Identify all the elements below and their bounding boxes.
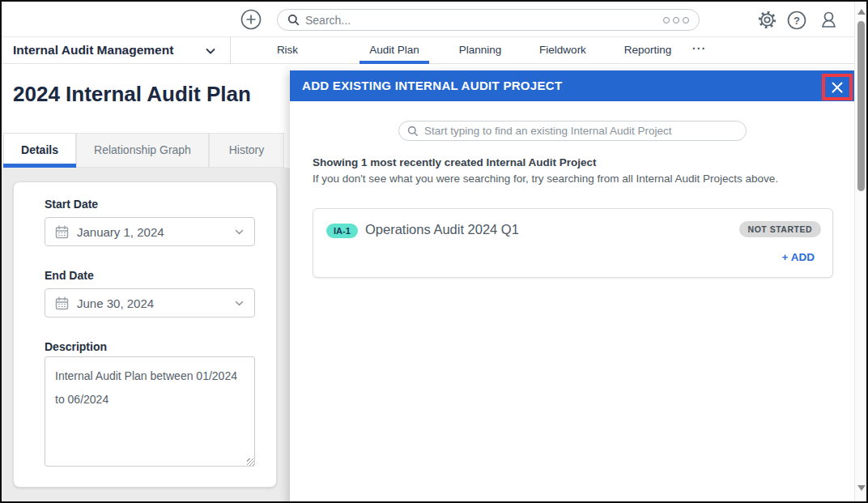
project-title: Operations Audit 2024 Q1 bbox=[365, 222, 519, 237]
gear-icon bbox=[757, 10, 777, 30]
start-date-value: January 1, 2024 bbox=[77, 225, 234, 239]
add-existing-project-modal: ADD EXISTING INTERNAL AUDIT PROJECT Show… bbox=[290, 70, 857, 503]
vertical-scrollbar[interactable] bbox=[854, 2, 866, 501]
modal-close-button[interactable] bbox=[822, 74, 853, 100]
resize-handle[interactable] bbox=[247, 458, 254, 466]
global-search-input[interactable] bbox=[305, 14, 663, 27]
end-date-field[interactable]: June 30, 2024 bbox=[45, 288, 255, 318]
plus-circle-icon bbox=[240, 9, 262, 30]
nav-tab-reporting[interactable]: Reporting bbox=[623, 37, 672, 64]
modal-header: ADD EXISTING INTERNAL AUDIT PROJECT bbox=[290, 70, 857, 101]
end-date-label: End Date bbox=[45, 269, 94, 282]
start-date-label: Start Date bbox=[45, 198, 98, 211]
results-heading: Showing 1 most recently created Internal… bbox=[313, 156, 597, 168]
svg-text:?: ? bbox=[794, 15, 800, 27]
scroll-down-arrow-icon[interactable] bbox=[857, 485, 866, 491]
close-icon bbox=[831, 81, 844, 94]
calendar-icon bbox=[55, 225, 69, 239]
results-hint: If you don't see what you were searching… bbox=[313, 173, 778, 185]
calendar-icon bbox=[55, 296, 69, 310]
modal-search[interactable] bbox=[398, 121, 747, 141]
page-header: 2024 Internal Audit Plan bbox=[2, 64, 290, 133]
tab-details[interactable]: Details bbox=[3, 133, 76, 168]
scrollbar-thumb[interactable] bbox=[857, 21, 865, 191]
description-textarea[interactable]: Internal Audit Plan between 01/2024 to 0… bbox=[45, 356, 255, 467]
workspace-selector[interactable]: Internal Audit Management bbox=[13, 37, 173, 63]
tab-relationship-graph[interactable]: Relationship Graph bbox=[76, 133, 209, 168]
scroll-up-arrow-icon[interactable] bbox=[857, 9, 866, 15]
nav-tab-audit-plan[interactable]: Audit Plan bbox=[360, 37, 429, 64]
create-new-button[interactable] bbox=[240, 9, 262, 30]
add-project-link[interactable]: + ADD bbox=[782, 251, 815, 263]
page-title: 2024 Internal Audit Plan bbox=[13, 82, 251, 107]
start-date-field[interactable]: January 1, 2024 bbox=[45, 217, 255, 246]
end-date-value: June 30, 2024 bbox=[77, 296, 234, 310]
help-button[interactable]: ? bbox=[787, 11, 807, 31]
user-menu-button[interactable] bbox=[819, 10, 839, 30]
nav-tab-planning[interactable]: Planning bbox=[455, 37, 505, 64]
settings-button[interactable] bbox=[757, 10, 777, 30]
chevron-down-icon bbox=[234, 298, 245, 309]
status-badge: NOT STARTED bbox=[739, 221, 821, 237]
app-window: ? Internal Audit Management Risk Assessm… bbox=[0, 0, 868, 503]
chevron-down-icon bbox=[234, 227, 245, 237]
question-circle-icon: ? bbox=[787, 11, 807, 30]
search-icon bbox=[287, 14, 300, 26]
nav-tab-fieldwork[interactable]: Fieldwork bbox=[536, 37, 589, 64]
modal-title: ADD EXISTING INTERNAL AUDIT PROJECT bbox=[302, 70, 562, 101]
project-card[interactable]: IA-1 Operations Audit 2024 Q1 NOT STARTE… bbox=[313, 208, 833, 278]
details-panel: Start Date January 1, 2024 End Date June… bbox=[13, 181, 277, 488]
project-id-badge: IA-1 bbox=[326, 224, 358, 238]
search-icon bbox=[407, 126, 419, 137]
nav-divider bbox=[230, 37, 231, 63]
description-label: Description bbox=[45, 340, 107, 353]
main-nav: Internal Audit Management Risk Assessmen… bbox=[2, 37, 868, 64]
user-icon bbox=[819, 10, 839, 30]
chevron-down-icon bbox=[204, 45, 217, 58]
detail-tabs: Details Relationship Graph History bbox=[2, 133, 290, 168]
top-bar: ? bbox=[2, 2, 868, 37]
tab-history[interactable]: History bbox=[209, 133, 284, 168]
global-search[interactable] bbox=[277, 9, 700, 31]
search-options-icon[interactable] bbox=[663, 17, 689, 23]
modal-search-input[interactable] bbox=[424, 125, 738, 137]
nav-tab-risk-assessment[interactable]: Risk Assessment bbox=[247, 37, 328, 64]
nav-overflow-button[interactable]: ⋯ bbox=[691, 37, 706, 62]
